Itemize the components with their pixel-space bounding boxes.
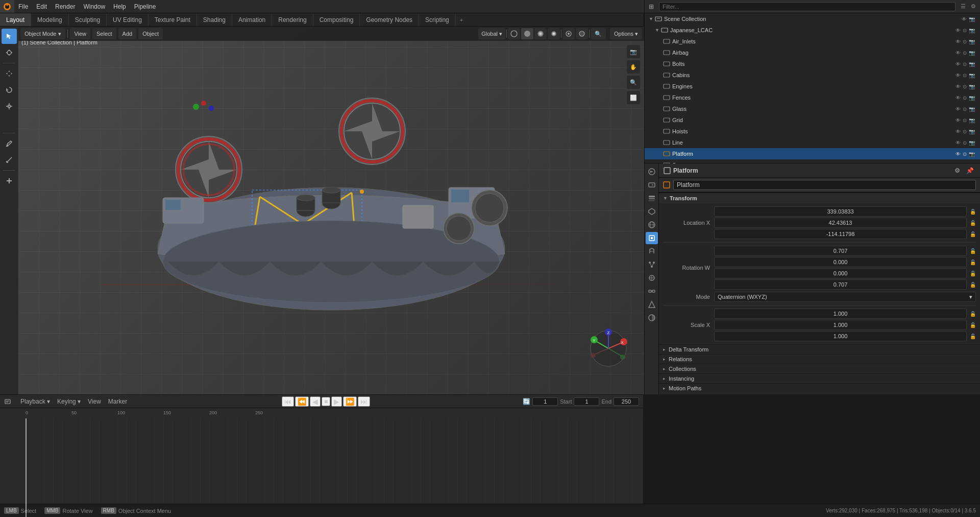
vis-sel-fences[interactable]: ⊙ xyxy=(963,95,967,101)
vis-sel-cabins[interactable]: ⊙ xyxy=(963,73,967,78)
vis-rnd-grid[interactable]: 📷 xyxy=(969,118,975,123)
navigation-gizmo[interactable]: X Y Z xyxy=(588,328,629,369)
menu-window[interactable]: Window xyxy=(79,0,109,13)
vis-select-lcac[interactable]: ⊙ xyxy=(963,28,967,33)
location-y-field[interactable]: 42.43613 xyxy=(714,218,967,228)
viewport-select-menu[interactable]: Select xyxy=(92,28,116,39)
vis-eye-cabins[interactable]: 👁 xyxy=(955,73,961,78)
start-frame-input[interactable]: 1 xyxy=(574,397,599,406)
outliner-options-icon[interactable]: ⚙ xyxy=(971,3,976,10)
viewport-wireframe[interactable] xyxy=(508,28,520,39)
location-z-field[interactable]: -114.11798 xyxy=(714,229,967,239)
vis-sel-bolts[interactable]: ⊙ xyxy=(963,61,967,67)
vis-rnd-cabins[interactable]: 📷 xyxy=(969,73,975,78)
viewport-mode-select[interactable]: Object Mode ▾ xyxy=(20,28,65,39)
vis-sel-grid[interactable]: ⊙ xyxy=(963,118,967,123)
global-transform-toggle[interactable]: Global ▾ xyxy=(478,28,505,39)
overlays-toggle[interactable] xyxy=(562,28,575,39)
outliner-item-japanese-lcac[interactable]: ▼ Japanese_LCAC 👁 ⊙ 📷 xyxy=(645,25,980,36)
rotation-z-field[interactable]: 0.707 xyxy=(714,279,967,290)
rotation-x-lock[interactable]: 🔓 xyxy=(970,260,976,265)
location-x-field[interactable]: 339.03833 xyxy=(714,206,967,217)
prop-tab-modifier[interactable] xyxy=(646,245,658,257)
viewport-rendered[interactable] xyxy=(548,28,560,39)
stop-button[interactable]: ■ xyxy=(322,397,330,406)
vis-rnd-engines[interactable]: 📷 xyxy=(969,84,975,89)
location-x-lock[interactable]: 🔓 xyxy=(970,209,976,215)
rotation-y-field[interactable]: 0.000 xyxy=(714,268,967,278)
vis-eye-line[interactable]: 👁 xyxy=(955,140,961,146)
outliner-item-air-inlets[interactable]: Air_Inlets 👁 ⊙ 📷 xyxy=(645,36,980,47)
timeline-track-area[interactable] xyxy=(0,418,643,517)
vis-sel-airinlets[interactable]: ⊙ xyxy=(963,39,967,44)
scale-x-lock[interactable]: 🔓 xyxy=(970,311,976,317)
viewport-add-menu[interactable]: Add xyxy=(118,28,137,39)
tab-compositing[interactable]: Compositing xyxy=(313,13,360,26)
tab-layout[interactable]: Layout xyxy=(0,13,31,26)
outliner-item-bolts[interactable]: Bolts 👁 ⊙ 📷 xyxy=(645,58,980,69)
vis-sel-engines[interactable]: ⊙ xyxy=(963,84,967,89)
rotation-w-field[interactable]: 0.707 xyxy=(714,246,967,256)
prop-tab-physics[interactable] xyxy=(646,272,658,284)
outliner-item-hoists[interactable]: Hoists 👁 ⊙ 📷 xyxy=(645,126,980,137)
motion-paths-section[interactable]: ▸ Motion Paths xyxy=(659,383,980,393)
viewport-zoom-camera[interactable]: 📷 xyxy=(627,45,640,58)
tab-uv-editing[interactable]: UV Editing xyxy=(107,13,149,26)
vis-sel-hoists[interactable]: ⊙ xyxy=(963,129,967,134)
tool-measure[interactable] xyxy=(2,152,17,168)
outliner-item-line[interactable]: Line 👁 ⊙ 📷 xyxy=(645,137,980,148)
end-frame-input[interactable]: 250 xyxy=(614,397,639,406)
timeline-view-menu[interactable]: View xyxy=(86,398,103,405)
vis-rnd-platform[interactable]: 📷 xyxy=(969,151,975,157)
scale-z-field[interactable]: 1.000 xyxy=(714,331,967,341)
viewport-search[interactable]: 🔍 xyxy=(591,28,606,39)
vis-rnd-glass[interactable]: 📷 xyxy=(969,106,975,112)
prop-tab-data[interactable] xyxy=(646,298,658,311)
prop-tab-world[interactable] xyxy=(646,219,658,231)
location-y-lock[interactable]: 🔓 xyxy=(970,220,976,226)
menu-edit[interactable]: Edit xyxy=(32,0,51,13)
tool-add[interactable] xyxy=(2,173,17,189)
jump-forward-button[interactable]: ⏩ xyxy=(343,396,357,407)
tool-move[interactable] xyxy=(2,66,17,81)
outliner-icon-display[interactable]: ⊞ xyxy=(649,3,654,10)
vis-sel-airbag[interactable]: ⊙ xyxy=(963,50,967,56)
tab-shading[interactable]: Shading xyxy=(197,13,232,26)
play-forward-button[interactable]: ▶ xyxy=(331,396,342,407)
vis-eye-bolts[interactable]: 👁 xyxy=(955,61,961,67)
tab-texture-paint[interactable]: Texture Paint xyxy=(149,13,197,26)
tool-annotate[interactable] xyxy=(2,136,17,151)
scale-x-field[interactable]: 1.000 xyxy=(714,309,967,319)
outliner-item-platform[interactable]: Platform 👁 ⊙ 📷 xyxy=(645,148,980,159)
menu-pipeline[interactable]: Pipeline xyxy=(130,0,160,13)
tab-rendering[interactable]: Rendering xyxy=(272,13,313,26)
prop-tab-output[interactable] xyxy=(646,179,658,191)
scale-y-lock[interactable]: 🔓 xyxy=(970,322,976,328)
vis-eye-1[interactable]: 👁 xyxy=(962,16,967,22)
delta-transform-section[interactable]: ▸ Delta Transform xyxy=(659,344,980,354)
options-menu[interactable]: Options ▾ xyxy=(610,28,642,39)
loop-icon[interactable]: 🔄 xyxy=(523,398,530,405)
prop-tab-viewlayer[interactable] xyxy=(646,192,658,204)
tab-sculpting[interactable]: Sculpting xyxy=(69,13,107,26)
prop-tab-material[interactable] xyxy=(646,312,658,324)
viewport-zoom[interactable]: 🔍 xyxy=(627,76,640,89)
viewport-object-menu[interactable]: Object xyxy=(138,28,163,39)
timeline-marker-menu[interactable]: Marker xyxy=(106,398,129,405)
vis-render-lcac[interactable]: 📷 xyxy=(969,28,975,33)
vis-rnd-hoists[interactable]: 📷 xyxy=(969,129,975,134)
location-z-lock[interactable]: 🔓 xyxy=(970,231,976,237)
tab-scripting[interactable]: Scripting xyxy=(419,13,456,26)
rotation-z-lock[interactable]: 🔓 xyxy=(970,282,976,288)
vis-eye-grid[interactable]: 👁 xyxy=(955,118,961,123)
timeline-playback-menu[interactable]: Playback ▾ xyxy=(18,398,52,405)
rotation-w-lock[interactable]: 🔓 xyxy=(970,248,976,254)
relations-section[interactable]: ▸ Relations xyxy=(659,354,980,364)
timeline-area[interactable]: 0 50 100 150 200 250 xyxy=(0,408,643,517)
jump-back-button[interactable]: ⏪ xyxy=(295,396,309,407)
tool-rotate[interactable] xyxy=(2,82,17,98)
viewport-3d[interactable]: Object Mode ▾ View Select Add Object Glo… xyxy=(18,27,644,394)
vis-eye-glass[interactable]: 👁 xyxy=(955,106,961,112)
prop-tab-object[interactable] xyxy=(646,232,658,244)
menu-file[interactable]: File xyxy=(14,0,32,13)
